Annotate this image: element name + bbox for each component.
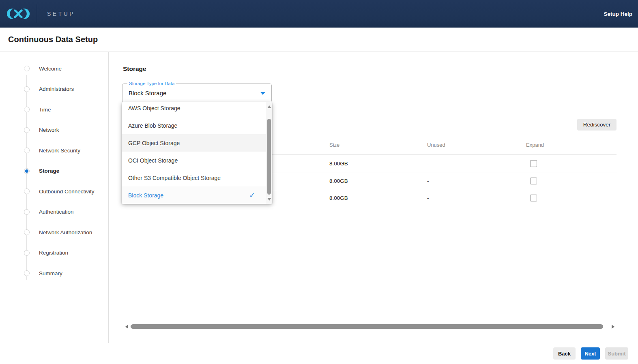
step-label: Time — [39, 107, 51, 113]
delphix-logo-svg — [6, 5, 30, 23]
dropdown-option-list: AWS Object Storage Azure Blob Storage GC… — [122, 102, 272, 204]
dropdown-scrollbar[interactable] — [266, 102, 272, 204]
dropdown-option-gcp-object-storage[interactable]: GCP Object Storage — [122, 134, 272, 152]
step-label: Network Security — [39, 148, 80, 154]
stepper-item-network-authorization[interactable]: Network Authorization — [0, 222, 108, 243]
step-label: Network Authorization — [39, 229, 92, 236]
stepper-item-authentication[interactable]: Authentication — [0, 202, 108, 223]
step-circle-icon — [24, 127, 30, 133]
device-size-value: 8.00GB — [329, 195, 348, 201]
step-circle-icon — [24, 107, 30, 112]
option-label: Block Storage — [128, 192, 163, 199]
scrollbar-thumb[interactable] — [267, 119, 271, 195]
storage-step-content: Storage Storage Type for Data Block Stor… — [109, 52, 638, 343]
section-title: Storage — [123, 65, 146, 73]
back-button[interactable]: Back — [553, 347, 576, 360]
dropdown-option-other-s3-compatible[interactable]: Other S3 Compatible Object Storage — [122, 169, 272, 186]
device-size-value: 8.00GB — [329, 178, 348, 184]
table-row-divider — [122, 207, 617, 207]
hscroll-thumb[interactable] — [131, 324, 603, 329]
dropdown-option-block-storage[interactable]: Block Storage ✓ — [122, 186, 272, 204]
step-circle-icon — [24, 229, 30, 235]
step-label: Registration — [39, 250, 68, 256]
page-header: Continuous Data Setup — [0, 28, 638, 51]
step-circle-icon — [24, 250, 30, 256]
next-button[interactable]: Next — [581, 347, 600, 360]
storage-type-dropdown-menu: AWS Object Storage Azure Blob Storage GC… — [122, 102, 272, 204]
step-label: Outbound Connectivity — [39, 188, 95, 195]
step-label: Authentication — [39, 209, 74, 215]
chevron-down-icon — [260, 92, 265, 95]
check-icon: ✓ — [249, 191, 255, 200]
delphix-logo-icon — [6, 5, 30, 23]
stepper-item-administrators[interactable]: Administrators — [0, 79, 108, 100]
stepper-item-network[interactable]: Network — [0, 120, 108, 141]
step-circle-icon — [24, 66, 30, 71]
stepper-item-network-security[interactable]: Network Security — [0, 140, 108, 161]
scroll-up-arrow-icon[interactable] — [267, 105, 271, 108]
page-title: Continuous Data Setup — [8, 35, 98, 44]
setup-help-link[interactable]: Setup Help — [604, 0, 632, 28]
device-unused-value: - — [427, 178, 429, 184]
scroll-down-arrow-icon[interactable] — [267, 198, 271, 201]
step-circle-icon — [24, 148, 30, 153]
column-header-unused: Unused — [427, 142, 445, 148]
device-unused-value: - — [427, 195, 429, 201]
expand-checkbox[interactable] — [530, 160, 537, 167]
step-label: Storage — [39, 168, 59, 174]
stepper-item-registration[interactable]: Registration — [0, 243, 108, 263]
dropdown-option-azure-blob-storage[interactable]: Azure Blob Storage — [122, 117, 272, 134]
submit-button: Submit — [605, 347, 628, 360]
top-app-bar: SETUP Setup Help — [0, 0, 638, 28]
step-label: Summary — [39, 270, 62, 276]
stepper-item-outbound-connectivity[interactable]: Outbound Connectivity — [0, 181, 108, 202]
storage-type-select-value: Block Storage — [129, 84, 166, 102]
column-header-expand: Expand — [526, 142, 544, 148]
setup-stepper-sidebar: Welcome Administrators Time Network Netw… — [0, 52, 109, 343]
hscroll-left-arrow-icon[interactable] — [125, 325, 128, 329]
expand-checkbox[interactable] — [530, 195, 537, 201]
rediscover-button[interactable]: Rediscover — [577, 119, 617, 131]
step-label: Network — [39, 127, 59, 133]
stepper-item-time[interactable]: Time — [0, 99, 108, 120]
step-label: Welcome — [39, 66, 62, 72]
product-name: SETUP — [47, 11, 75, 17]
stepper-item-storage[interactable]: Storage — [0, 161, 108, 182]
stepper: Welcome Administrators Time Network Netw… — [0, 58, 108, 284]
column-header-size: Size — [329, 142, 339, 148]
step-circle-active-icon — [24, 168, 30, 174]
hscroll-right-arrow-icon[interactable] — [612, 325, 614, 329]
dropdown-option-aws-object-storage[interactable]: AWS Object Storage — [122, 102, 272, 117]
storage-type-select[interactable]: Storage Type for Data Block Storage — [122, 84, 272, 103]
stepper-item-welcome[interactable]: Welcome — [0, 58, 108, 79]
topbar-divider — [37, 4, 37, 23]
step-circle-icon — [24, 86, 30, 92]
device-size-value: 8.00GB — [329, 161, 348, 167]
device-unused-value: - — [427, 161, 429, 167]
expand-checkbox[interactable] — [530, 178, 537, 184]
step-circle-icon — [24, 188, 30, 194]
stepper-item-summary[interactable]: Summary — [0, 263, 108, 284]
step-circle-icon — [24, 270, 30, 276]
step-circle-icon — [24, 209, 30, 215]
wizard-footer: Back Next Submit — [0, 343, 638, 364]
dropdown-option-oci-object-storage[interactable]: OCI Object Storage — [122, 152, 272, 169]
step-label: Administrators — [39, 86, 74, 92]
